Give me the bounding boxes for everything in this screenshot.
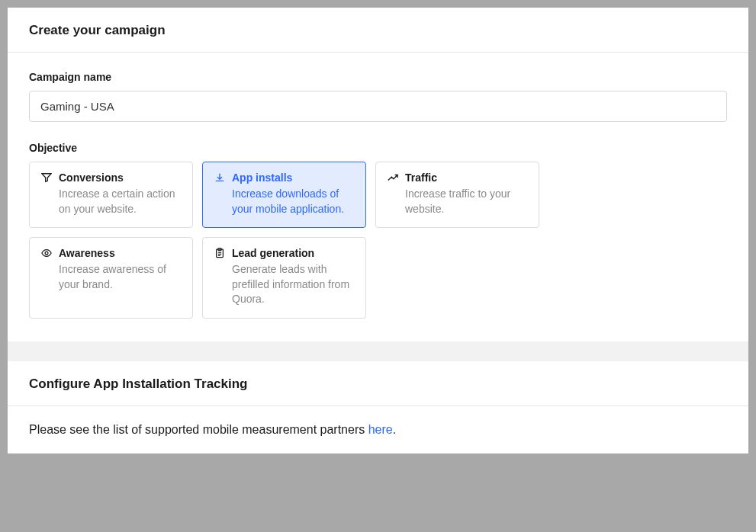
tracking-text-prefix: Please see the list of supported mobile … <box>29 423 368 436</box>
objective-desc: Increase downloads of your mobile applic… <box>214 187 355 216</box>
objective-card-awareness[interactable]: Awareness Increase awareness of your bra… <box>29 237 193 319</box>
tracking-link[interactable]: here <box>368 423 393 436</box>
objective-title: Lead generation <box>232 247 314 259</box>
objective-title: Traffic <box>405 171 437 184</box>
download-icon <box>214 171 226 184</box>
svg-point-0 <box>45 252 48 255</box>
tracking-text-suffix: . <box>393 423 396 436</box>
trend-up-icon <box>387 171 399 184</box>
objective-desc: Increase traffic to your website. <box>387 187 528 216</box>
objective-card-lead-generation[interactable]: Lead generation Generate leads with pref… <box>202 237 366 319</box>
section-divider <box>8 341 748 361</box>
campaign-name-input[interactable] <box>29 91 727 122</box>
objective-desc: Increase awareness of your brand. <box>40 262 182 292</box>
clipboard-icon <box>214 247 226 259</box>
objective-label: Objective <box>29 142 727 154</box>
objective-grid: Conversions Increase a certain action on… <box>29 162 727 319</box>
objective-card-app-installs[interactable]: App installs Increase downloads of your … <box>202 162 366 228</box>
tracking-body: Please see the list of supported mobile … <box>8 406 748 453</box>
objective-card-conversions[interactable]: Conversions Increase a certain action on… <box>29 162 193 228</box>
campaign-body: Campaign name Objective Conversions Incr… <box>8 53 748 341</box>
tracking-panel: Configure App Installation Tracking Plea… <box>8 361 748 453</box>
tracking-header: Configure App Installation Tracking <box>8 361 748 406</box>
objective-card-traffic[interactable]: Traffic Increase traffic to your website… <box>375 162 539 228</box>
objective-title: App installs <box>232 171 292 184</box>
funnel-icon <box>40 171 53 184</box>
objective-title: Awareness <box>59 247 115 259</box>
objective-desc: Increase a certain action on your websit… <box>40 187 182 216</box>
campaign-name-label: Campaign name <box>29 71 727 83</box>
campaign-header-title: Create your campaign <box>29 23 727 38</box>
tracking-header-title: Configure App Installation Tracking <box>29 377 727 392</box>
objective-title: Conversions <box>59 171 124 184</box>
campaign-header: Create your campaign <box>8 8 748 53</box>
eye-icon <box>40 247 53 259</box>
campaign-panel: Create your campaign Campaign name Objec… <box>8 8 748 341</box>
objective-desc: Generate leads with prefilled informatio… <box>214 262 355 307</box>
